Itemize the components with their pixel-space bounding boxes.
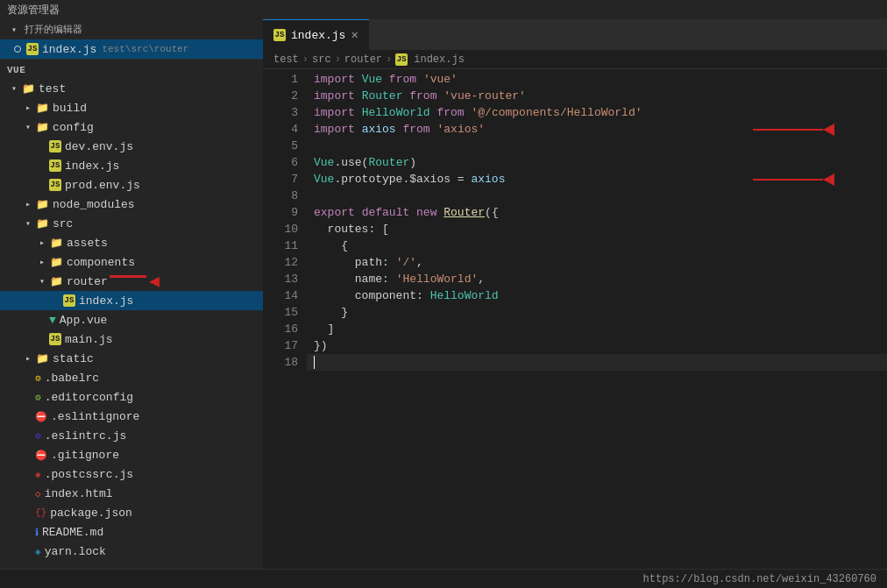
ln-8: 8 xyxy=(263,188,298,204)
code-line-10: routes: [ xyxy=(307,221,887,237)
bottom-bar: https://blog.csdn.net/weixin_43260760 xyxy=(0,569,887,588)
ln-15: 15 xyxy=(263,304,298,321)
open-indicator xyxy=(14,46,21,53)
tree-item-index-config[interactable]: JS index.js xyxy=(0,156,263,175)
breadcrumb-test: test xyxy=(273,53,299,66)
tab-index-js[interactable]: JS index.js ✕ xyxy=(263,19,369,50)
tree-item-components[interactable]: 📁 components xyxy=(0,252,263,272)
tree-item-package-json[interactable]: {} package.json xyxy=(0,503,263,522)
opened-editors-section: 打开的编辑器 JS index.js test\src\router xyxy=(0,19,263,60)
router-icon: 📁 xyxy=(49,274,63,288)
tree-item-eslintrc[interactable]: ⚙ .eslintrc.js xyxy=(0,426,263,445)
breadcrumb-sep2: › xyxy=(335,53,341,66)
ln-4: 4 xyxy=(263,121,298,138)
ln-9: 9 xyxy=(263,204,298,221)
tree-item-node-modules[interactable]: 📁 node_modules xyxy=(0,195,263,214)
postcss-icon: ◈ xyxy=(35,469,41,480)
tree-item-config[interactable]: 📁 config xyxy=(0,117,263,137)
assets-arrow xyxy=(35,237,49,248)
bottom-url: https://blog.csdn.net/weixin_43260760 xyxy=(643,573,876,585)
editor-area: JS index.js ✕ test › src › router › JS i… xyxy=(263,19,887,569)
tree-item-yarn[interactable]: ◈ yarn.lock xyxy=(0,542,263,561)
ln-10: 10 xyxy=(263,221,298,237)
ln-17: 17 xyxy=(263,337,298,354)
static-icon: 📁 xyxy=(35,351,49,365)
gitignore-icon: ⛔ xyxy=(35,450,47,461)
tree-item-eslintignore[interactable]: ⛔ .eslintignore xyxy=(0,407,263,426)
code-line-11: { xyxy=(307,237,887,254)
md-icon: ℹ xyxy=(35,527,39,538)
breadcrumb-js-icon: JS xyxy=(395,53,408,66)
tab-js-icon: JS xyxy=(273,29,286,41)
js-icon: JS xyxy=(49,159,61,172)
ln-6: 6 xyxy=(263,154,298,171)
editorconfig-icon: ⚙ xyxy=(35,392,41,403)
js-icon: JS xyxy=(49,179,61,191)
node-modules-icon: 📁 xyxy=(35,197,49,211)
code-line-4: import axios from 'axios' xyxy=(307,121,887,138)
html-icon: ◇ xyxy=(35,488,41,499)
code-line-12: path: '/' , xyxy=(307,254,887,271)
code-line-2: import Router from 'vue-router' xyxy=(307,88,887,104)
code-line-8 xyxy=(307,188,887,204)
ln-12: 12 xyxy=(263,254,298,271)
tree-item-index-html[interactable]: ◇ index.html xyxy=(0,484,263,503)
tree-item-static[interactable]: 📁 static xyxy=(0,349,263,368)
ln-2: 2 xyxy=(263,88,298,104)
js-icon: JS xyxy=(49,140,61,152)
code-arrow-7 xyxy=(753,174,834,186)
tree-item-gitignore[interactable]: ⛔ .gitignore xyxy=(0,445,263,464)
router-arrow xyxy=(35,276,49,287)
code-container: 1 2 3 4 5 6 7 8 9 10 11 12 13 14 15 16 1… xyxy=(263,69,887,569)
tree-item-editorconfig[interactable]: ⚙ .editorconfig xyxy=(0,387,263,407)
sidebar: 打开的编辑器 JS index.js test\src\router VUE 📁… xyxy=(0,19,263,569)
line-numbers: 1 2 3 4 5 6 7 8 9 10 11 12 13 14 15 16 1… xyxy=(263,69,307,569)
eslintrc-icon: ⚙ xyxy=(35,430,41,442)
code-line-13: name: 'HelloWorld' , xyxy=(307,271,887,287)
ln-7: 7 xyxy=(263,171,298,188)
tree-item-app-vue[interactable]: ▼ App.vue xyxy=(0,310,263,329)
sidebar-arrow-line xyxy=(110,275,146,278)
ln-5: 5 xyxy=(263,138,298,154)
opened-file-path: test\src\router xyxy=(102,44,188,54)
tree-item-router-index[interactable]: JS index.js xyxy=(0,291,263,310)
js-icon: JS xyxy=(49,333,61,345)
router-class: Router xyxy=(444,204,485,221)
breadcrumb-sep3: › xyxy=(386,53,392,66)
code-line-3: import HelloWorld from '@/components/Hel… xyxy=(307,104,887,121)
components-arrow xyxy=(35,257,49,267)
tree-item-test[interactable]: 📁 test xyxy=(0,79,263,98)
tree-item-dev-env[interactable]: JS dev.env.js xyxy=(0,137,263,156)
code-line-16: ] xyxy=(307,321,887,337)
breadcrumb-file: index.js xyxy=(414,53,465,66)
sidebar-red-arrow: ◀ xyxy=(149,270,160,292)
tab-close-button[interactable]: ✕ xyxy=(351,29,358,41)
config-arrow xyxy=(21,122,35,132)
code-line-7: Vue .prototype.$axios = axios xyxy=(307,171,887,188)
code-line-17: }) xyxy=(307,337,887,354)
tree-item-babelrc[interactable]: ⚙ .babelrc xyxy=(0,368,263,387)
js-icon: JS xyxy=(26,43,39,55)
babelrc-icon: ⚙ xyxy=(35,372,41,384)
tree-item-readme[interactable]: ℹ README.md xyxy=(0,522,263,542)
tab-bar: JS index.js ✕ xyxy=(263,19,887,50)
vue-icon: ▼ xyxy=(49,314,56,327)
breadcrumb: test › src › router › JS index.js xyxy=(263,50,887,69)
top-bar: 资源管理器 xyxy=(0,0,887,19)
code-line-9: export default new Router ({ xyxy=(307,204,887,221)
opened-file-item[interactable]: JS index.js test\src\router xyxy=(0,39,263,59)
tree-item-router[interactable]: 📁 router ◀ xyxy=(0,272,263,291)
breadcrumb-src: src xyxy=(312,53,331,66)
code-line-14: component: HelloWorld xyxy=(307,287,887,304)
tree-item-src[interactable]: 📁 src xyxy=(0,214,263,233)
vue-tree: VUE 📁 test 📁 build 📁 config xyxy=(0,60,263,561)
ln-13: 13 xyxy=(263,271,298,287)
opened-editors-arrow[interactable] xyxy=(7,25,21,35)
tree-item-main-js[interactable]: JS main.js xyxy=(0,329,263,349)
tree-item-assets[interactable]: 📁 assets xyxy=(0,233,263,252)
tree-item-build[interactable]: 📁 build xyxy=(0,98,263,117)
test-folder-icon: 📁 xyxy=(21,81,35,96)
tree-item-postcss[interactable]: ◈ .postcssrc.js xyxy=(0,464,263,484)
kw-import1: import xyxy=(314,71,355,88)
tree-item-prod-env[interactable]: JS prod.env.js xyxy=(0,175,263,195)
